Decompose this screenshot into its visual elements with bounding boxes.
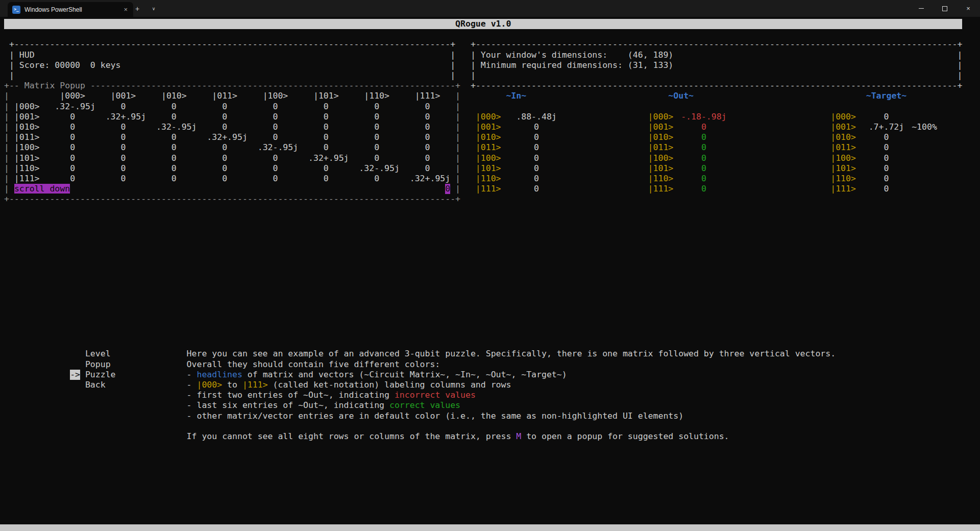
matrix-row: | |010> 0 0 .32-.95j 0 0 0 0 0 | [4, 122, 460, 132]
vector-value: .88-.48j [501, 112, 572, 122]
ket-label: |111> [830, 184, 856, 194]
vector-value: 0 [673, 132, 734, 142]
text: (called ket-notation) labeling columns a… [268, 380, 511, 390]
vector-value: -.18-.98j [673, 112, 734, 122]
description-line: - first two entries of ~Out~, indicating… [187, 390, 836, 400]
menu-item-label: Popup [85, 359, 111, 369]
scroll-down-indicator[interactable]: scroll down [14, 184, 70, 194]
menu-item-popup[interactable]: Popup [70, 359, 115, 370]
description-line: - other matrix/vector entries are in def… [187, 411, 836, 421]
popup-border: | [455, 163, 460, 173]
ket-label: |011> [648, 142, 674, 153]
tab-close-icon[interactable]: × [122, 6, 129, 13]
menu-item-label: Puzzle [85, 370, 116, 379]
popup-border: | [455, 122, 460, 132]
scroll-position: 0 [445, 184, 450, 194]
vector-value: 0 [673, 153, 734, 163]
menu-item-label: Level [85, 349, 111, 358]
ket-label: |010> [476, 132, 501, 142]
vector-value: 0 [501, 132, 572, 142]
vector-value: 0 [861, 142, 912, 153]
matrix-row: | |100> 0 0 0 0 .32-.95j 0 0 0 | [4, 142, 460, 153]
text: - other matrix/vector entries are in def… [187, 411, 684, 421]
menu-item-puzzle[interactable]: ->Puzzle [70, 370, 115, 380]
popup-border: | [455, 102, 460, 111]
window-dimensions-box: +---------------------------------------… [471, 39, 963, 91]
ket-label: |011> [476, 142, 501, 153]
highlighted-text: headlines [197, 370, 242, 379]
selection-arrow-icon: -> [70, 370, 80, 380]
minimize-button[interactable] [910, 0, 933, 17]
vector-value: .7+.72j [861, 122, 912, 132]
minimize-icon [919, 8, 924, 9]
vector-value: 0 [501, 122, 572, 132]
popup-border: | [4, 122, 9, 132]
text: - [187, 370, 197, 379]
tab-windows-powershell[interactable]: >_ Windows PowerShell × [8, 2, 133, 17]
description-line: Overall they should contain five differe… [187, 359, 836, 370]
popup-border: | [455, 142, 460, 152]
vector-value: 0 [501, 184, 572, 194]
matrix-row: | |011> 0 0 0 .32+.95j 0 0 0 0 | [4, 132, 460, 142]
ket-label: |110> [830, 174, 856, 184]
vector-value: 0 [861, 153, 912, 163]
horizontal-scrollbar[interactable] [0, 524, 980, 531]
ket-label: |011> [830, 142, 856, 153]
highlighted-text: |111> [242, 380, 268, 390]
vector-value: 0 [861, 112, 912, 122]
vector-value: 0 [673, 184, 734, 194]
close-button[interactable]: × [957, 0, 980, 17]
popup-title: +-- Matrix Popup -----------------------… [4, 81, 460, 91]
ket-label: |110> [648, 174, 674, 184]
vector-title: ~In~ [506, 91, 526, 101]
text: to open a popup for suggested solutions. [521, 431, 729, 441]
ket-label: |100> [476, 153, 501, 163]
popup-border: | [4, 91, 9, 101]
menu-item-level[interactable]: Level [70, 349, 115, 359]
matrix-header-row: | |000> |001> |010> |011> |100> |101> |1… [4, 91, 460, 101]
text: to [222, 380, 242, 390]
ket-label: |100> [648, 153, 674, 163]
vector-value: 0 [673, 142, 734, 153]
popup-border: | [4, 184, 9, 194]
vector-value: 0 [501, 174, 572, 184]
popup-border: | [4, 102, 9, 111]
popup-border: | [455, 184, 460, 194]
ket-label: |010> [648, 132, 674, 142]
tab-dropdown-icon[interactable]: ∨ [147, 3, 160, 14]
text: Here you can see an example of an advanc… [187, 349, 836, 358]
ket-label: |111> [648, 184, 674, 194]
popup-border: | [455, 112, 460, 122]
app-title: QRogue v1.0 [455, 19, 511, 29]
text: Overall they should contain five differe… [187, 359, 440, 369]
menu: LevelPopup->PuzzleBack [70, 349, 115, 390]
description-line: Here you can see an example of an advanc… [187, 349, 836, 359]
app-header: QRogue v1.0 [4, 19, 962, 29]
vector-value: 0 [673, 122, 734, 132]
menu-item-label: Back [85, 380, 106, 390]
window-controls: × [910, 0, 980, 17]
text: If you cannot see all eight rows or colu… [187, 431, 517, 441]
vector-value: 0 [861, 174, 912, 184]
highlighted-text: M [516, 431, 521, 441]
vector-value: 0 [501, 142, 572, 153]
highlighted-text: incorrect values [395, 390, 476, 400]
ket-label: |000> [830, 112, 856, 122]
vector-value: 0 [501, 153, 572, 163]
restore-button[interactable] [933, 0, 957, 17]
text: of matrix and vectors (~Circuit Matrix~,… [242, 370, 567, 379]
vector-value: 0 [673, 174, 734, 184]
menu-item-back[interactable]: Back [70, 380, 115, 390]
highlighted-text: correct values [389, 400, 460, 410]
text: - [187, 380, 197, 390]
description-line: - last six entries of ~Out~, indicating … [187, 400, 836, 411]
restore-icon [942, 6, 947, 11]
titlebar: >_ Windows PowerShell × + ∨ × [0, 0, 980, 17]
powershell-icon: >_ [12, 6, 20, 14]
popup-border: | [455, 132, 460, 142]
popup-border: | [455, 153, 460, 163]
new-tab-button[interactable]: + [131, 3, 144, 14]
vector-value: 0 [861, 163, 912, 174]
popup-scroll-row: | scroll down0| [4, 184, 460, 194]
vector-value: 0 [673, 163, 734, 174]
